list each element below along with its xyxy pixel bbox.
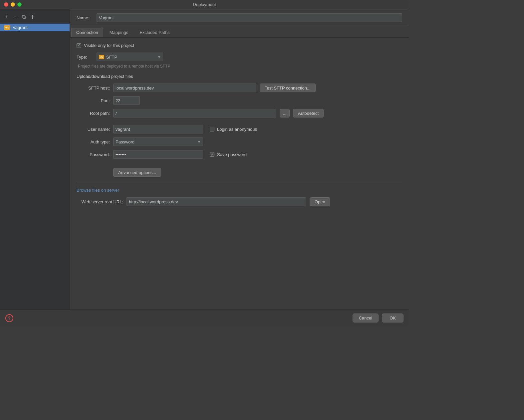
traffic-lights <box>4 2 22 7</box>
upload-section-title: Upload/download project files <box>77 74 402 79</box>
password-label: Password: <box>77 152 110 157</box>
main-layout: + − ⧉ ⬆ sftp Vagrant Name: Connection Ma… <box>0 9 409 310</box>
sidebar-toolbar: + − ⧉ ⬆ <box>0 12 70 22</box>
root-path-label: Root path: <box>77 111 110 116</box>
sidebar-item-vagrant[interactable]: sftp Vagrant <box>0 24 70 31</box>
web-server-url-label: Web server root URL: <box>77 199 123 204</box>
divider <box>77 182 402 182</box>
advanced-options-row: Advanced options... <box>77 168 402 177</box>
root-path-row: Root path: ... Autodetect <box>77 109 402 117</box>
root-path-browse-button[interactable]: ... <box>280 109 290 117</box>
port-input[interactable] <box>113 96 140 105</box>
auth-type-chevron-icon: ▼ <box>197 140 201 144</box>
auth-type-row: Auth type: Password ▼ <box>77 137 402 146</box>
sftp-type-icon: sftp <box>99 55 104 59</box>
ok-button[interactable]: OK <box>382 314 403 322</box>
sftp-server-icon: sftp <box>4 25 10 30</box>
auth-type-label: Auth type: <box>77 139 110 144</box>
maximize-button[interactable] <box>17 2 22 7</box>
help-button[interactable]: ? <box>5 314 13 322</box>
sftp-host-label: SFTP host: <box>77 86 110 91</box>
port-label: Port: <box>77 98 110 103</box>
autodetect-button[interactable]: Autodetect <box>293 109 324 117</box>
visible-checkbox[interactable] <box>77 43 81 48</box>
browse-section-title: Browse files on server <box>77 188 402 193</box>
sftp-host-row: SFTP host: Test SFTP connection... <box>77 84 402 92</box>
type-description: Project files are deployed to a remote h… <box>77 64 402 69</box>
anonymous-checkbox[interactable] <box>210 127 214 131</box>
move-server-button[interactable]: ⬆ <box>29 13 36 21</box>
save-password-label: Save password <box>217 152 247 157</box>
web-server-url-input[interactable] <box>127 197 306 206</box>
tab-mappings[interactable]: Mappings <box>105 28 133 37</box>
visible-checkbox-row: Visible only for this project <box>77 43 402 48</box>
open-button[interactable]: Open <box>310 197 330 206</box>
tab-bar: Connection Mappings Excluded Paths <box>70 26 409 38</box>
bottom-left: ? <box>5 314 13 322</box>
window-title: Deployment <box>193 2 216 7</box>
port-row: Port: <box>77 96 402 105</box>
password-input[interactable] <box>113 150 203 159</box>
name-row: Name: <box>70 9 409 26</box>
form-area: Visible only for this project Type: sftp… <box>70 38 409 310</box>
bottom-right: Cancel OK <box>353 314 403 322</box>
test-sftp-button[interactable]: Test SFTP connection... <box>260 84 316 92</box>
remove-server-button[interactable]: − <box>11 13 19 21</box>
sidebar-item-label: Vagrant <box>13 25 28 30</box>
titlebar: Deployment <box>0 0 409 9</box>
name-label: Name: <box>77 15 93 20</box>
sidebar: + − ⧉ ⬆ sftp Vagrant <box>0 9 70 310</box>
user-name-input[interactable] <box>113 125 203 133</box>
root-path-input[interactable] <box>113 109 276 117</box>
auth-type-value: Password <box>116 139 134 144</box>
tab-excluded-paths[interactable]: Excluded Paths <box>134 28 174 37</box>
type-chevron-icon: ▼ <box>157 55 161 59</box>
advanced-options-button[interactable]: Advanced options... <box>113 168 161 177</box>
save-password-checkbox[interactable] <box>210 152 214 157</box>
save-password-row: Save password <box>210 152 247 157</box>
bottom-bar: ? Cancel OK <box>0 310 409 326</box>
minimize-button[interactable] <box>11 2 15 7</box>
type-row: Type: sftp SFTP ▼ <box>77 53 402 61</box>
user-name-label: User name: <box>77 127 110 132</box>
tab-connection[interactable]: Connection <box>71 28 103 37</box>
name-input[interactable] <box>97 13 402 22</box>
anonymous-label: Login as anonymous <box>217 127 257 132</box>
cancel-button[interactable]: Cancel <box>353 314 379 322</box>
close-button[interactable] <box>4 2 8 7</box>
add-server-button[interactable]: + <box>3 13 10 21</box>
content-area: Name: Connection Mappings Excluded Paths… <box>70 9 409 310</box>
auth-type-select[interactable]: Password ▼ <box>113 137 203 146</box>
type-value: SFTP <box>106 55 117 60</box>
anonymous-row: Login as anonymous <box>210 127 257 132</box>
web-server-url-row: Web server root URL: Open <box>77 197 402 206</box>
user-name-row: User name: Login as anonymous <box>77 125 402 133</box>
copy-server-button[interactable]: ⧉ <box>20 13 27 21</box>
type-select[interactable]: sftp SFTP ▼ <box>97 53 163 61</box>
visible-checkbox-label: Visible only for this project <box>84 43 134 48</box>
sftp-host-input[interactable] <box>113 84 256 92</box>
password-row: Password: Save password <box>77 150 402 159</box>
type-label: Type: <box>77 55 93 60</box>
